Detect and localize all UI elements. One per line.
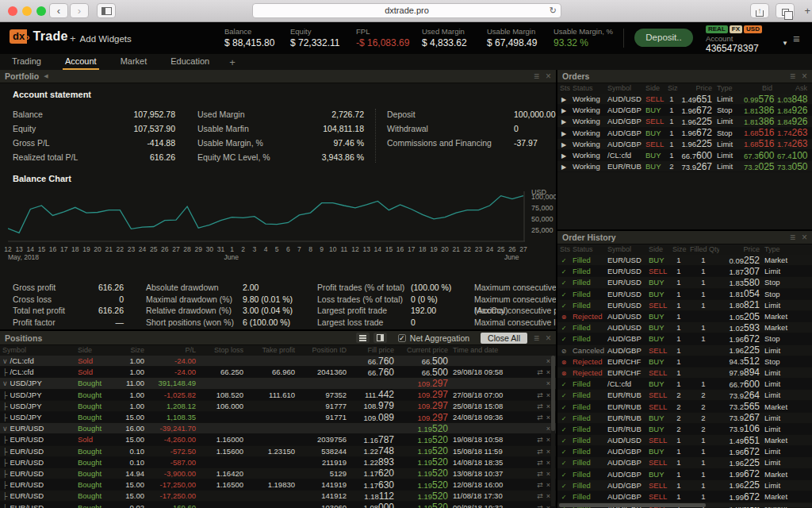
column-header[interactable]: Fill price: [349, 345, 396, 356]
position-row[interactable]: ├EUR/USDSold15.00-4,260.001.160002039756…: [0, 434, 556, 445]
modify-position-icon[interactable]: ⇄: [537, 470, 543, 478]
column-header[interactable]: Sts: [557, 244, 570, 255]
history-row[interactable]: ✓FilledEUR/RUBSELL2273.9264Limit: [557, 390, 812, 401]
modify-position-icon[interactable]: ⇄: [537, 436, 543, 444]
column-header[interactable]: [526, 345, 553, 356]
app-logo[interactable]: dx › Trade: [10, 29, 68, 44]
deposit-button[interactable]: Deposit..: [634, 29, 693, 47]
position-row[interactable]: ├EUR/USDBought0.10-587.002119191.228931.…: [0, 457, 556, 468]
column-header[interactable]: Bid: [741, 83, 775, 94]
position-row[interactable]: ├USD/JPYBought1.001,208.12106.0009177710…: [0, 401, 556, 412]
history-row[interactable]: ✓FilledEUR/USDBUY111.81054Stop: [557, 289, 812, 300]
panel-close-icon[interactable]: ×: [546, 71, 551, 81]
history-row[interactable]: ✓FilledEUR/USDBUY110.09252Market: [557, 255, 812, 266]
order-row[interactable]: ▶WorkingEUR/RUBBUY273.9267Limit73.202573…: [557, 161, 812, 172]
modify-position-icon[interactable]: ⇄: [537, 481, 543, 489]
tab-account[interactable]: Account: [53, 54, 109, 70]
column-header[interactable]: Filled Qty: [688, 244, 719, 255]
tab-trading[interactable]: Trading: [0, 54, 53, 70]
position-row[interactable]: ├USD/JPYBought15.001,108.3591771109.0891…: [0, 412, 556, 423]
forward-button[interactable]: ›: [70, 3, 89, 18]
column-header[interactable]: Sts: [557, 83, 570, 94]
list-view-icon[interactable]: [356, 333, 370, 343]
column-header[interactable]: Side: [646, 244, 670, 255]
expand-icon[interactable]: ∨: [2, 425, 8, 433]
column-header[interactable]: Position ID: [297, 345, 349, 356]
close-position-icon[interactable]: ×: [546, 368, 550, 376]
history-row[interactable]: ✓FilledAUD/USDBUY111.02593Market: [557, 322, 812, 333]
expand-icon[interactable]: ∨: [2, 379, 8, 387]
history-row[interactable]: ✓Filled/CL:cfdBUY1166.7600Limit: [557, 379, 812, 390]
order-row[interactable]: ▶WorkingAUD/GBPSELL11.96225Limit1.813861…: [557, 116, 812, 127]
close-all-button[interactable]: Close All: [481, 333, 527, 344]
sidebar-button[interactable]: [97, 3, 116, 18]
modify-position-icon[interactable]: ⇄: [537, 492, 543, 500]
history-row[interactable]: ✓FilledAUD/USDSELL111.49651Market: [557, 435, 812, 446]
panel-menu-icon[interactable]: ≡: [534, 71, 539, 81]
history-row[interactable]: ✓FilledAUD/GBPSELL111.96225Limit: [557, 457, 812, 468]
back-button[interactable]: ‹: [49, 3, 68, 18]
tab-overview-button[interactable]: [776, 3, 795, 18]
modify-position-icon[interactable]: ⇄: [537, 448, 543, 456]
order-row[interactable]: ▶WorkingAUD/GBPBUY11.96672Stop1.685161.7…: [557, 128, 812, 139]
column-header[interactable]: Stop loss: [198, 345, 246, 356]
account-selector[interactable]: REALFXUSD Account 4365478397: [706, 25, 762, 54]
column-header[interactable]: Size: [670, 244, 688, 255]
positions-scrollbar[interactable]: [551, 356, 555, 506]
reload-icon[interactable]: ↻: [550, 4, 557, 17]
close-position-icon[interactable]: ×: [546, 391, 550, 399]
column-header[interactable]: Status: [570, 83, 605, 94]
tab-market[interactable]: Market: [109, 54, 159, 70]
collapse-icon[interactable]: ◀: [44, 73, 48, 79]
address-bar[interactable]: dxtrade.pro ↻: [252, 3, 561, 18]
column-header[interactable]: Price: [678, 83, 714, 94]
group-view-icon[interactable]: [373, 333, 387, 343]
order-row[interactable]: ▶Working/CL:cfdBUY166.7600Limit67.360067…: [557, 150, 812, 161]
modify-position-icon[interactable]: ⇄: [537, 504, 543, 508]
order-history-scrollbar[interactable]: [557, 503, 812, 507]
history-row[interactable]: ✓FilledAUD/GBPSELL111.96225Limit: [557, 480, 812, 491]
position-row[interactable]: ∨EUR/USDBought16.00-39,241.701.19520×: [0, 423, 556, 434]
position-row[interactable]: ├EUR/USDBought0.02169.601030601.080001.1…: [0, 502, 556, 508]
order-row[interactable]: ▶WorkingAUD/GBPBUY11.96672Stop1.813861.8…: [557, 105, 812, 116]
minimize-window-button[interactable]: [22, 6, 32, 16]
column-header[interactable]: P/L: [147, 345, 198, 356]
column-header[interactable]: Price: [719, 244, 762, 255]
panel-menu-icon[interactable]: ≡: [534, 333, 539, 343]
fullscreen-window-button[interactable]: [36, 6, 46, 16]
expand-icon[interactable]: ∨: [2, 357, 8, 365]
column-header[interactable]: Symbol: [0, 345, 75, 356]
close-position-icon[interactable]: ×: [546, 448, 550, 456]
history-row[interactable]: ✓FilledAUD/GBPSELL111.99672Market: [557, 491, 812, 502]
position-row[interactable]: ├EUR/USDBought0.10-572.501.156001.231505…: [0, 446, 556, 457]
history-row[interactable]: ✓FilledAUD/GBPBUY111.96672Stop: [557, 333, 812, 344]
close-position-icon[interactable]: ×: [546, 459, 550, 467]
history-row[interactable]: ✓FilledEUR/RUBBUY2273.9267Limit: [557, 413, 812, 424]
close-window-button[interactable]: [8, 6, 17, 16]
column-header[interactable]: Type: [762, 244, 800, 255]
column-header[interactable]: Symbol: [605, 83, 643, 94]
history-row[interactable]: ⊗RejectedAUD/USDBUY11.05205Market: [557, 311, 812, 322]
history-row[interactable]: ⊗RejectedEUR/CHFSELL197.9894Limit: [557, 368, 812, 379]
column-header[interactable]: Take profit: [246, 345, 297, 356]
column-header[interactable]: Side: [643, 83, 665, 94]
column-header[interactable]: Current price: [396, 345, 450, 356]
modify-position-icon[interactable]: ⇄: [537, 368, 543, 376]
position-row[interactable]: ∨USD/JPYBought11.00391,148.49109.297×: [0, 378, 556, 389]
column-header[interactable]: Type: [714, 83, 741, 94]
close-position-icon[interactable]: ×: [546, 470, 550, 478]
modify-position-icon[interactable]: ⇄: [537, 414, 543, 421]
menu-icon[interactable]: ≡: [793, 32, 800, 45]
position-row[interactable]: ├EUR/USDBought15.00-17,250,001.165001.19…: [0, 479, 556, 491]
position-row[interactable]: ∨/CL:cfdSold1.00-24.0066.76066.500×: [0, 356, 556, 367]
order-row[interactable]: ▶WorkingAUD/USDSELL11.49651Limit0.995761…: [557, 94, 812, 105]
column-header[interactable]: Side: [75, 345, 111, 356]
column-header[interactable]: Symbol: [605, 244, 646, 255]
close-position-icon[interactable]: ×: [546, 425, 550, 433]
history-row[interactable]: ✓FilledEUR/RUBBUY2273.9106Limit: [557, 424, 812, 435]
net-aggregation-checkbox[interactable]: ✓: [398, 334, 406, 342]
close-position-icon[interactable]: ×: [546, 414, 550, 421]
chevron-down-icon[interactable]: ▼: [782, 40, 788, 47]
panel-menu-icon[interactable]: ≡: [790, 233, 795, 242]
history-row[interactable]: ✓FilledEUR/USDSELL111.87307Limit: [557, 266, 812, 277]
